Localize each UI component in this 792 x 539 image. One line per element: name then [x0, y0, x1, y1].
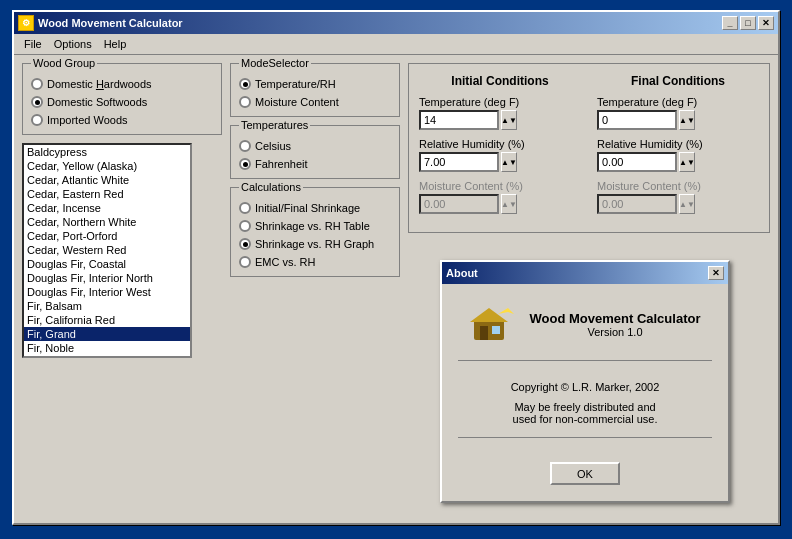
calculations-options: Initial/Final Shrinkage Shrinkage vs. RH… — [239, 202, 391, 268]
about-dialog: About ✕ Wood Movement Calculator Version… — [440, 260, 730, 503]
list-item[interactable]: Cedar, Western Red — [24, 243, 190, 257]
list-item[interactable]: Baldcypress — [24, 145, 190, 159]
radio-label-moisture: Moisture Content — [255, 96, 339, 108]
wood-group-options: Domestic Hardwoods Domestic Softwoods Im… — [31, 78, 213, 126]
radio-label-initial-final: Initial/Final Shrinkage — [255, 202, 360, 214]
svg-rect-3 — [492, 326, 500, 334]
radio-temperature-rh[interactable]: Temperature/RH — [239, 78, 391, 90]
radio-imported-woods[interactable]: Imported Woods — [31, 114, 213, 126]
about-app-name: Wood Movement Calculator — [530, 311, 701, 326]
radio-domestic-hardwoods[interactable]: Domestic Hardwoods — [31, 78, 213, 90]
initial-humidity-label: Relative Humidity (%) — [419, 138, 581, 150]
radio-circle-imported — [31, 114, 43, 126]
menu-help[interactable]: Help — [98, 36, 133, 52]
radio-shrinkage-rh-graph[interactable]: Shrinkage vs. RH Graph — [239, 238, 391, 250]
radio-label-celsius: Celsius — [255, 140, 291, 152]
list-item[interactable]: Fir, Pacific Silver — [24, 355, 190, 358]
list-item[interactable]: Cedar, Port-Orford — [24, 229, 190, 243]
radio-circle-emc — [239, 256, 251, 268]
radio-label-fahrenheit: Fahrenheit — [255, 158, 308, 170]
list-item[interactable]: Douglas Fir, Coastal — [24, 257, 190, 271]
mode-selector-box: ModeSelector Temperature/RH Moisture Con… — [230, 63, 400, 117]
radio-circle — [31, 78, 43, 90]
list-item[interactable]: Douglas Fir, Interior West — [24, 285, 190, 299]
final-temperature-field: Temperature (deg F) ▲▼ — [597, 96, 759, 130]
about-icon-row: Wood Movement Calculator Version 1.0 — [470, 300, 701, 348]
window-title: Wood Movement Calculator — [38, 17, 722, 29]
radio-circle-celsius — [239, 140, 251, 152]
list-item[interactable]: Cedar, Incense — [24, 201, 190, 215]
menu-file[interactable]: File — [18, 36, 48, 52]
initial-moisture-field: Moisture Content (%) ▲▼ — [419, 180, 581, 214]
about-close-button[interactable]: ✕ — [708, 266, 724, 280]
radio-shrinkage-rh-table[interactable]: Shrinkage vs. RH Table — [239, 220, 391, 232]
final-conditions-title: Final Conditions — [597, 74, 759, 88]
final-conditions-panel: Final Conditions Temperature (deg F) ▲▼ … — [597, 74, 759, 222]
about-title-bar: About ✕ — [442, 262, 728, 284]
initial-conditions-panel: Initial Conditions Temperature (deg F) ▲… — [419, 74, 581, 222]
radio-circle-moisture — [239, 96, 251, 108]
final-humidity-input[interactable] — [597, 152, 677, 172]
temperatures-title: Temperatures — [239, 119, 310, 131]
initial-temperature-spinner[interactable]: ▲▼ — [501, 110, 517, 130]
initial-temperature-label: Temperature (deg F) — [419, 96, 581, 108]
initial-moisture-label: Moisture Content (%) — [419, 180, 581, 192]
list-item[interactable]: Douglas Fir, Interior North — [24, 271, 190, 285]
about-version: Version 1.0 — [530, 326, 701, 338]
mode-selector-title: ModeSelector — [239, 57, 311, 69]
final-moisture-input — [597, 194, 677, 214]
about-separator-2 — [458, 437, 712, 438]
about-copyright: Copyright © L.R. Marker, 2002 — [511, 381, 660, 393]
final-humidity-field: Relative Humidity (%) ▲▼ — [597, 138, 759, 172]
radio-circle-initial-final — [239, 202, 251, 214]
radio-circle-fahrenheit — [239, 158, 251, 170]
minimize-button[interactable]: _ — [722, 16, 738, 30]
radio-circle-shrinkage-graph — [239, 238, 251, 250]
about-app-info: Wood Movement Calculator Version 1.0 — [530, 311, 701, 338]
radio-circle-softwoods — [31, 96, 43, 108]
list-item[interactable]: Fir, Grand — [24, 327, 190, 341]
radio-domestic-softwoods[interactable]: Domestic Softwoods — [31, 96, 213, 108]
final-temperature-input[interactable] — [597, 110, 677, 130]
list-item[interactable]: Cedar, Eastern Red — [24, 187, 190, 201]
final-temperature-spinner[interactable]: ▲▼ — [679, 110, 695, 130]
radio-label-shrinkage-graph: Shrinkage vs. RH Graph — [255, 238, 374, 250]
initial-conditions-title: Initial Conditions — [419, 74, 581, 88]
temperatures-options: Celsius Fahrenheit — [239, 140, 391, 170]
close-button[interactable]: ✕ — [758, 16, 774, 30]
svg-marker-1 — [470, 308, 508, 322]
radio-moisture-content[interactable]: Moisture Content — [239, 96, 391, 108]
wood-group-title: Wood Group — [31, 57, 97, 69]
initial-temperature-field: Temperature (deg F) ▲▼ — [419, 96, 581, 130]
list-item[interactable]: Cedar, Atlantic White — [24, 173, 190, 187]
radio-fahrenheit[interactable]: Fahrenheit — [239, 158, 391, 170]
maximize-button[interactable]: □ — [740, 16, 756, 30]
temperatures-box: Temperatures Celsius Fahrenheit — [230, 125, 400, 179]
app-icon: ⚙ — [18, 15, 34, 31]
list-item[interactable]: Cedar, Yellow (Alaska) — [24, 159, 190, 173]
calculations-box: Calculations Initial/Final Shrinkage Shr… — [230, 187, 400, 277]
final-humidity-label: Relative Humidity (%) — [597, 138, 759, 150]
list-item[interactable]: Fir, Noble — [24, 341, 190, 355]
calculations-title: Calculations — [239, 181, 303, 193]
radio-emc-rh[interactable]: EMC vs. RH — [239, 256, 391, 268]
radio-label-temp-rh: Temperature/RH — [255, 78, 336, 90]
about-ok-button[interactable]: OK — [550, 462, 620, 485]
initial-humidity-spinner[interactable]: ▲▼ — [501, 152, 517, 172]
list-item[interactable]: Fir, California Red — [24, 313, 190, 327]
list-item[interactable]: Fir, Balsam — [24, 299, 190, 313]
initial-moisture-spinner: ▲▼ — [501, 194, 517, 214]
about-app-icon — [470, 300, 518, 348]
wood-list[interactable]: BaldcypressCedar, Yellow (Alaska)Cedar, … — [22, 143, 192, 358]
radio-initial-final-shrinkage[interactable]: Initial/Final Shrinkage — [239, 202, 391, 214]
radio-celsius[interactable]: Celsius — [239, 140, 391, 152]
menu-options[interactable]: Options — [48, 36, 98, 52]
radio-label-shrinkage-table: Shrinkage vs. RH Table — [255, 220, 370, 232]
final-humidity-spinner[interactable]: ▲▼ — [679, 152, 695, 172]
initial-humidity-input[interactable] — [419, 152, 499, 172]
menu-bar: File Options Help — [14, 34, 778, 55]
list-item[interactable]: Cedar, Northern White — [24, 215, 190, 229]
initial-temperature-input[interactable] — [419, 110, 499, 130]
final-moisture-label: Moisture Content (%) — [597, 180, 759, 192]
final-moisture-spinner: ▲▼ — [679, 194, 695, 214]
